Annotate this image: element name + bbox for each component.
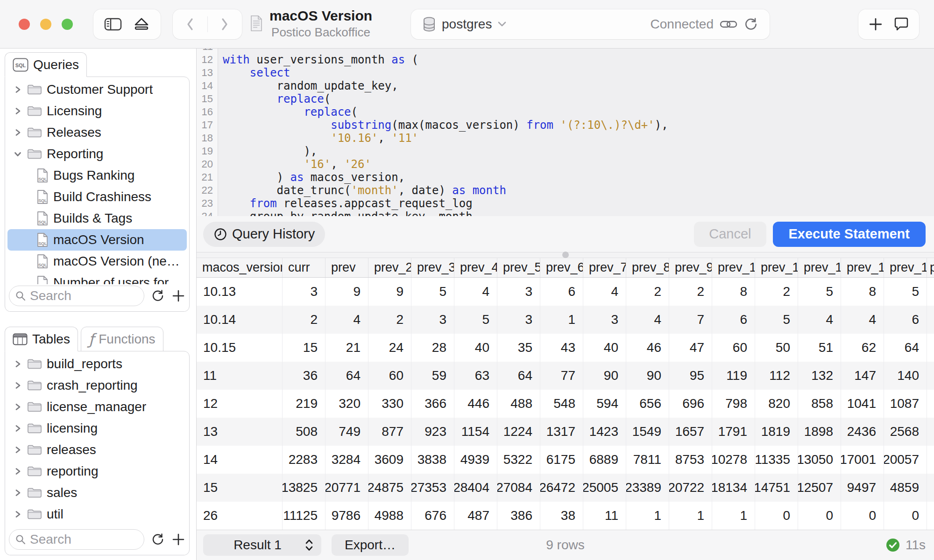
cell[interactable]: 11335 (755, 446, 798, 474)
query-item-macos-version-new[interactable]: SQLmacOS Version (new… (7, 251, 187, 272)
cell[interactable]: 446 (454, 390, 497, 418)
add-table-plus-icon[interactable] (171, 532, 185, 546)
code-line-11[interactable]: 11 (197, 49, 934, 53)
cell[interactable]: 5 (755, 306, 798, 334)
cell[interactable]: 3838 (411, 446, 454, 474)
cell[interactable]: 386 (497, 502, 540, 530)
cell[interactable]: 6889 (583, 446, 626, 474)
schema-folder-item-sales[interactable]: sales (7, 482, 187, 504)
cell[interactable]: 43 (540, 334, 583, 362)
cell[interactable]: 64 (325, 362, 368, 390)
cell[interactable]: 1087 (884, 390, 927, 418)
new-item-plus-icon[interactable] (868, 17, 883, 32)
cell[interactable]: 1041 (841, 390, 884, 418)
back-chevron-icon[interactable] (185, 16, 195, 32)
cell[interactable]: 13050 (798, 446, 841, 474)
cell[interactable]: 26 (197, 502, 283, 530)
column-header-prev-11[interactable]: prev_11 (755, 258, 798, 277)
column-header-prev-4[interactable]: prev_4 (454, 258, 497, 277)
cell[interactable]: 4 (325, 306, 368, 334)
cell[interactable]: 3 (583, 306, 626, 334)
cell[interactable]: 3 (497, 278, 540, 306)
cell[interactable]: 35 (497, 334, 540, 362)
cell[interactable]: 8753 (669, 446, 712, 474)
cell[interactable]: 5 (454, 306, 497, 334)
execute-statement-button[interactable]: Execute Statement (773, 222, 926, 247)
cell[interactable]: 28404 (454, 474, 497, 502)
cell[interactable]: 2 (669, 278, 712, 306)
cell[interactable]: 4 (798, 306, 841, 334)
tab-queries[interactable]: SQL Queries (5, 52, 87, 77)
cell[interactable]: 488 (497, 390, 540, 418)
cell[interactable]: 12 (197, 390, 283, 418)
column-header-macos-version[interactable]: macos_version (197, 258, 283, 277)
code-line-13[interactable]: 13 select (197, 66, 934, 79)
disclosure-chevron-icon[interactable] (13, 105, 22, 117)
cell[interactable]: 877 (368, 418, 411, 446)
cell[interactable]: 20722 (669, 474, 712, 502)
tab-tables[interactable]: Tables (5, 327, 78, 351)
editor-results-splitter[interactable] (197, 252, 934, 258)
table-row-13[interactable]: 1350874987792311541224131714231549165717… (197, 418, 934, 446)
cell[interactable]: 51 (798, 334, 841, 362)
table-row-14[interactable]: 1422833284360938384939532261756889781187… (197, 446, 934, 474)
tables-search-input[interactable] (30, 532, 138, 547)
cell[interactable]: 77 (540, 362, 583, 390)
table-row-26[interactable]: 26111259786498867648738638111110000 (197, 502, 934, 530)
table-row-11[interactable]: 1136646059636477909095119112132147140 (197, 362, 934, 390)
queries-search-input[interactable] (30, 288, 138, 303)
column-header-prev-12[interactable]: prev_12 (798, 258, 841, 277)
cell[interactable]: 10.13 (197, 278, 283, 306)
query-item-build-crashiness[interactable]: SQLBuild Crashiness (7, 186, 187, 208)
cell[interactable]: 50 (755, 334, 798, 362)
cell[interactable]: 366 (411, 390, 454, 418)
cell[interactable]: 64 (884, 334, 927, 362)
cell[interactable]: 1 (712, 502, 755, 530)
table-row-12[interactable]: 1221932033036644648854859465669679882085… (197, 390, 934, 418)
cell[interactable]: 62 (841, 334, 884, 362)
cell[interactable]: 95 (669, 362, 712, 390)
folder-item-licensing[interactable]: Licensing (7, 100, 187, 122)
cell[interactable]: 23389 (626, 474, 669, 502)
code-line-20[interactable]: 20 '16', '26' (197, 158, 934, 171)
disclosure-chevron-icon[interactable] (13, 358, 22, 370)
disclosure-chevron-icon[interactable] (13, 444, 22, 455)
forward-chevron-icon[interactable] (219, 16, 230, 32)
cell[interactable]: 5 (798, 278, 841, 306)
cell[interactable]: 4 (841, 306, 884, 334)
cell[interactable]: 140 (884, 362, 927, 390)
cell[interactable]: 132 (798, 362, 841, 390)
schema-folder-item-build-reports[interactable]: build_reports (7, 353, 187, 375)
cell[interactable]: 656 (626, 390, 669, 418)
schema-folder-item-util[interactable]: util (7, 504, 187, 525)
table-row-10-13[interactable]: 10.13399543642282585 (197, 278, 934, 306)
connection-link-icon[interactable] (719, 18, 738, 30)
disclosure-chevron-icon[interactable] (13, 509, 22, 520)
cell[interactable]: 3284 (325, 446, 368, 474)
close-window-button[interactable] (19, 19, 30, 30)
database-selector[interactable]: postgres (422, 16, 507, 32)
cell[interactable]: 2 (283, 306, 325, 334)
cell[interactable]: 1317 (540, 418, 583, 446)
cell[interactable]: 17001 (841, 446, 884, 474)
cell[interactable]: 4939 (454, 446, 497, 474)
cell[interactable]: 59 (411, 362, 454, 390)
cell[interactable]: 749 (325, 418, 368, 446)
cell[interactable]: 2568 (884, 418, 927, 446)
toggle-sidebar-icon[interactable] (104, 17, 122, 31)
minimize-window-button[interactable] (40, 19, 51, 30)
cell[interactable]: 11125 (283, 502, 325, 530)
cell[interactable]: 594 (583, 390, 626, 418)
cell[interactable]: 60 (368, 362, 411, 390)
cell[interactable]: 6175 (540, 446, 583, 474)
code-line-17[interactable]: 17 substring(max(macos_version) from '(?… (197, 119, 934, 132)
refresh-queries-icon[interactable] (151, 289, 165, 303)
schema-folder-item-license-manager[interactable]: license_manager (7, 396, 187, 418)
splitter-grip-handle[interactable] (562, 252, 569, 258)
cell[interactable]: 11 (197, 362, 283, 390)
cell[interactable]: 46 (626, 334, 669, 362)
query-item-bugs-ranking[interactable]: SQLBugs Ranking (7, 165, 187, 186)
cell[interactable]: 24 (368, 334, 411, 362)
cell[interactable]: 7811 (626, 446, 669, 474)
cell[interactable]: 330 (368, 390, 411, 418)
